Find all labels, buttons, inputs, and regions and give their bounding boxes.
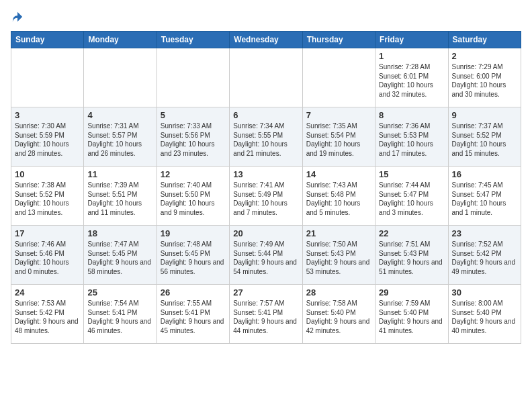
calendar-cell: 6Sunrise: 7:34 AM Sunset: 5:55 PM Daylig… xyxy=(230,107,302,167)
day-number: 12 xyxy=(161,169,226,179)
calendar-cell: 16Sunrise: 7:45 AM Sunset: 5:47 PM Dayli… xyxy=(448,167,521,226)
calendar-cell: 3Sunrise: 7:30 AM Sunset: 5:59 PM Daylig… xyxy=(11,107,84,167)
day-number: 16 xyxy=(452,169,517,179)
day-number: 24 xyxy=(15,287,80,298)
calendar-cell: 9Sunrise: 7:37 AM Sunset: 5:52 PM Daylig… xyxy=(448,107,521,167)
day-number: 23 xyxy=(452,228,517,238)
day-number: 26 xyxy=(161,287,226,298)
day-number: 28 xyxy=(306,287,371,298)
day-info: Sunrise: 7:41 AM Sunset: 5:49 PM Dayligh… xyxy=(233,181,298,217)
calendar-cell: 13Sunrise: 7:41 AM Sunset: 5:49 PM Dayli… xyxy=(230,167,302,226)
day-number: 4 xyxy=(87,110,152,120)
day-info: Sunrise: 7:33 AM Sunset: 5:56 PM Dayligh… xyxy=(161,122,226,158)
calendar-cell: 17Sunrise: 7:46 AM Sunset: 5:46 PM Dayli… xyxy=(11,226,84,285)
day-number: 22 xyxy=(379,228,444,238)
day-info: Sunrise: 7:31 AM Sunset: 5:57 PM Dayligh… xyxy=(87,122,152,158)
weekday-header-sunday: Sunday xyxy=(11,32,84,48)
calendar-cell: 11Sunrise: 7:39 AM Sunset: 5:51 PM Dayli… xyxy=(84,167,157,226)
calendar-cell: 7Sunrise: 7:35 AM Sunset: 5:54 PM Daylig… xyxy=(302,107,375,167)
day-number: 5 xyxy=(161,110,226,120)
day-info: Sunrise: 7:47 AM Sunset: 5:45 PM Dayligh… xyxy=(87,240,152,276)
calendar-table: SundayMondayTuesdayWednesdayThursdayFrid… xyxy=(11,31,521,344)
calendar-cell xyxy=(302,48,375,107)
calendar-cell: 21Sunrise: 7:50 AM Sunset: 5:43 PM Dayli… xyxy=(302,226,375,285)
day-number: 15 xyxy=(379,169,444,179)
calendar-cell: 20Sunrise: 7:49 AM Sunset: 5:44 PM Dayli… xyxy=(230,226,302,285)
day-info: Sunrise: 7:44 AM Sunset: 5:47 PM Dayligh… xyxy=(379,181,444,217)
calendar-cell: 29Sunrise: 7:59 AM Sunset: 5:40 PM Dayli… xyxy=(375,285,448,344)
day-number: 6 xyxy=(233,110,298,120)
calendar-cell: 2Sunrise: 7:29 AM Sunset: 6:00 PM Daylig… xyxy=(448,48,521,107)
calendar-cell: 26Sunrise: 7:55 AM Sunset: 5:41 PM Dayli… xyxy=(157,285,229,344)
calendar-cell xyxy=(230,48,302,107)
day-number: 8 xyxy=(379,110,444,120)
day-info: Sunrise: 7:37 AM Sunset: 5:52 PM Dayligh… xyxy=(452,122,517,158)
day-info: Sunrise: 7:35 AM Sunset: 5:54 PM Dayligh… xyxy=(306,122,371,158)
calendar-cell: 28Sunrise: 7:58 AM Sunset: 5:40 PM Dayli… xyxy=(302,285,375,344)
day-info: Sunrise: 7:54 AM Sunset: 5:41 PM Dayligh… xyxy=(87,299,152,335)
day-number: 17 xyxy=(15,228,80,238)
calendar-cell: 18Sunrise: 7:47 AM Sunset: 5:45 PM Dayli… xyxy=(84,226,157,285)
day-number: 3 xyxy=(15,110,80,120)
day-number: 2 xyxy=(452,51,517,61)
day-number: 11 xyxy=(87,169,152,179)
calendar-cell xyxy=(84,48,157,107)
day-info: Sunrise: 7:40 AM Sunset: 5:50 PM Dayligh… xyxy=(161,181,226,217)
week-row-2: 10Sunrise: 7:38 AM Sunset: 5:52 PM Dayli… xyxy=(11,167,521,226)
day-number: 14 xyxy=(306,169,371,179)
day-number: 1 xyxy=(379,51,444,61)
weekday-header-thursday: Thursday xyxy=(302,32,375,48)
calendar-cell xyxy=(11,48,84,107)
day-info: Sunrise: 7:53 AM Sunset: 5:42 PM Dayligh… xyxy=(15,299,80,335)
day-number: 20 xyxy=(233,228,298,238)
calendar-cell: 5Sunrise: 7:33 AM Sunset: 5:56 PM Daylig… xyxy=(157,107,229,167)
day-info: Sunrise: 7:50 AM Sunset: 5:43 PM Dayligh… xyxy=(306,240,371,276)
calendar-cell: 15Sunrise: 7:44 AM Sunset: 5:47 PM Dayli… xyxy=(375,167,448,226)
page-header xyxy=(11,11,521,23)
day-info: Sunrise: 7:48 AM Sunset: 5:45 PM Dayligh… xyxy=(161,240,226,276)
weekday-header-friday: Friday xyxy=(375,32,448,48)
weekday-header-monday: Monday xyxy=(84,32,157,48)
day-info: Sunrise: 7:39 AM Sunset: 5:51 PM Dayligh… xyxy=(87,181,152,217)
week-row-1: 3Sunrise: 7:30 AM Sunset: 5:59 PM Daylig… xyxy=(11,107,521,167)
calendar-cell: 8Sunrise: 7:36 AM Sunset: 5:53 PM Daylig… xyxy=(375,107,448,167)
calendar-cell xyxy=(157,48,229,107)
calendar-cell: 25Sunrise: 7:54 AM Sunset: 5:41 PM Dayli… xyxy=(84,285,157,344)
day-number: 27 xyxy=(233,287,298,298)
day-info: Sunrise: 7:28 AM Sunset: 6:01 PM Dayligh… xyxy=(379,62,444,99)
day-info: Sunrise: 7:57 AM Sunset: 5:41 PM Dayligh… xyxy=(233,299,298,335)
calendar-cell: 27Sunrise: 7:57 AM Sunset: 5:41 PM Dayli… xyxy=(230,285,302,344)
day-info: Sunrise: 7:58 AM Sunset: 5:40 PM Dayligh… xyxy=(306,299,371,335)
day-number: 10 xyxy=(15,169,80,179)
day-info: Sunrise: 7:55 AM Sunset: 5:41 PM Dayligh… xyxy=(161,299,226,335)
day-number: 7 xyxy=(306,110,371,120)
day-info: Sunrise: 7:34 AM Sunset: 5:55 PM Dayligh… xyxy=(233,122,298,158)
day-info: Sunrise: 7:59 AM Sunset: 5:40 PM Dayligh… xyxy=(379,299,444,335)
day-info: Sunrise: 7:36 AM Sunset: 5:53 PM Dayligh… xyxy=(379,122,444,158)
day-number: 19 xyxy=(161,228,226,238)
day-number: 9 xyxy=(452,110,517,120)
week-row-0: 1Sunrise: 7:28 AM Sunset: 6:01 PM Daylig… xyxy=(11,48,521,107)
weekday-header-tuesday: Tuesday xyxy=(157,32,229,48)
day-info: Sunrise: 7:45 AM Sunset: 5:47 PM Dayligh… xyxy=(452,181,517,217)
day-info: Sunrise: 7:52 AM Sunset: 5:42 PM Dayligh… xyxy=(452,240,517,276)
day-info: Sunrise: 7:51 AM Sunset: 5:43 PM Dayligh… xyxy=(379,240,444,276)
calendar-cell: 1Sunrise: 7:28 AM Sunset: 6:01 PM Daylig… xyxy=(375,48,448,107)
logo xyxy=(11,11,24,23)
weekday-header-wednesday: Wednesday xyxy=(230,32,302,48)
calendar-cell: 19Sunrise: 7:48 AM Sunset: 5:45 PM Dayli… xyxy=(157,226,229,285)
weekday-header-saturday: Saturday xyxy=(448,32,521,48)
logo-icon xyxy=(11,11,24,23)
calendar-cell: 30Sunrise: 8:00 AM Sunset: 5:40 PM Dayli… xyxy=(448,285,521,344)
day-info: Sunrise: 7:29 AM Sunset: 6:00 PM Dayligh… xyxy=(452,62,517,99)
day-number: 30 xyxy=(452,287,517,298)
calendar-cell: 4Sunrise: 7:31 AM Sunset: 5:57 PM Daylig… xyxy=(84,107,157,167)
calendar-cell: 14Sunrise: 7:43 AM Sunset: 5:48 PM Dayli… xyxy=(302,167,375,226)
day-number: 25 xyxy=(87,287,152,298)
calendar-cell: 23Sunrise: 7:52 AM Sunset: 5:42 PM Dayli… xyxy=(448,226,521,285)
day-info: Sunrise: 7:30 AM Sunset: 5:59 PM Dayligh… xyxy=(15,122,80,158)
day-number: 13 xyxy=(233,169,298,179)
day-number: 18 xyxy=(87,228,152,238)
day-info: Sunrise: 7:46 AM Sunset: 5:46 PM Dayligh… xyxy=(15,240,80,276)
week-row-3: 17Sunrise: 7:46 AM Sunset: 5:46 PM Dayli… xyxy=(11,226,521,285)
